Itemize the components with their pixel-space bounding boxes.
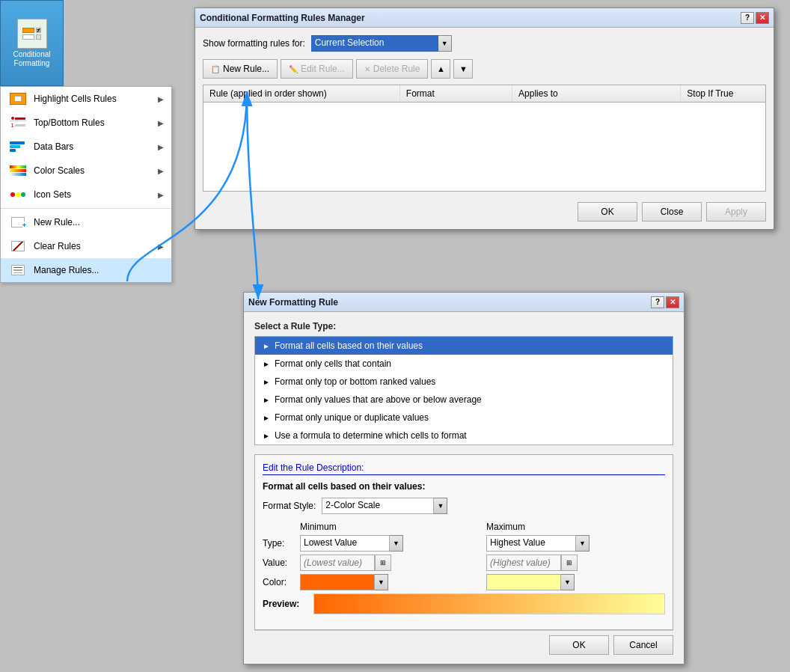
ribbon-label: Conditional Formatting — [13, 50, 50, 68]
icon-sets-label: Icon Sets — [34, 189, 158, 200]
cfrm-select-wrap: Current Selection ▼ — [311, 35, 452, 52]
nfr-preview-box — [313, 593, 665, 614]
nfr-rule-item-5[interactable]: ► Use a formula to determine which cells… — [255, 427, 673, 445]
clear-rules-icon — [8, 239, 28, 254]
cfrm-apply-button[interactable]: Apply — [706, 202, 766, 222]
cfrm-edit-rule-button[interactable]: ✏️ Edit Rule... — [281, 59, 353, 79]
data-bars-icon — [8, 139, 28, 154]
nfr-rule-item-4[interactable]: ► Format only unique or duplicate values — [255, 409, 673, 427]
ribbon-conditional-formatting[interactable]: ≠ Conditional Formatting — [0, 0, 64, 86]
nfr-max-value-input[interactable] — [486, 555, 561, 571]
color-scales-arrow: ▶ — [158, 167, 164, 175]
nfr-value-label: Value: — [263, 558, 300, 568]
nfr-min-type-arrow[interactable]: ▼ — [390, 535, 403, 552]
nfr-titlebar: New Formatting Rule ? ✕ — [244, 293, 684, 312]
nfr-max-type-select[interactable]: Highest Value — [486, 535, 576, 552]
menu-item-color-scales[interactable]: Color Scales ▶ — [1, 159, 171, 183]
nfr-title: New Formatting Rule — [248, 297, 338, 308]
nfr-format-style-select[interactable]: 2-Color Scale — [322, 498, 434, 514]
nfr-min-type-select[interactable]: Lowest Value — [300, 535, 390, 552]
nfr-value-row: Value: ⊞ ⊞ — [263, 555, 665, 571]
nfr-dialog: New Formatting Rule ? ✕ Select a Rule Ty… — [243, 292, 685, 665]
cfrm-new-rule-button[interactable]: 📋 New Rule... — [203, 59, 278, 79]
color-scales-icon — [8, 163, 28, 178]
menu-item-manage-rules[interactable]: Manage Rules... — [1, 258, 171, 282]
nfr-description-box: Edit the Rule Description: Format all ce… — [254, 454, 673, 630]
nfr-rule-item-2[interactable]: ► Format only top or bottom ranked value… — [255, 373, 673, 391]
cfrm-select-arrow[interactable]: ▼ — [438, 35, 452, 52]
nfr-edit-rule-label: Edit the Rule Description: — [263, 462, 665, 475]
menu-item-clear-rules[interactable]: Clear Rules ▶ — [1, 234, 171, 258]
nfr-min-value-input[interactable] — [300, 555, 375, 571]
nfr-format-style-arrow[interactable]: ▼ — [434, 498, 447, 514]
nfr-rule-item-3[interactable]: ► Format only values that are above or b… — [255, 391, 673, 409]
conditional-formatting-icon: ≠ — [17, 19, 47, 49]
highlight-cells-label: Highlight Cells Rules — [34, 94, 158, 104]
cfrm-header-rule: Rule (applied in order shown) — [203, 85, 400, 102]
cfrm-edit-rule-label: Edit Rule... — [301, 64, 345, 74]
icon-sets-icon — [8, 187, 28, 202]
nfr-min-formula-button[interactable]: ⊞ — [375, 555, 391, 571]
conditional-formatting-menu: Highlight Cells Rules ▶ 1 Top/Bottom Rul… — [0, 86, 172, 283]
nfr-cancel-button[interactable]: Cancel — [613, 635, 673, 655]
cfrm-titlebar: Conditional Formatting Rules Manager ? ✕ — [195, 8, 774, 28]
edit-rule-btn-icon: ✏️ — [289, 65, 298, 73]
nfr-max-color-arrow[interactable]: ▼ — [561, 574, 575, 590]
cfrm-new-rule-label: New Rule... — [223, 64, 269, 74]
nfr-rule-type-list: ► Format all cells based on their values… — [254, 336, 673, 445]
manage-rules-icon — [8, 263, 28, 278]
data-bars-arrow: ▶ — [158, 143, 164, 151]
cfrm-ok-button[interactable]: OK — [578, 202, 637, 222]
nfr-rule-label-5: Use a formula to determine which cells t… — [275, 430, 467, 441]
cfrm-close-button[interactable]: ✕ — [756, 12, 769, 24]
nfr-rule-label-1: Format only cells that contain — [275, 358, 391, 369]
menu-item-highlight-cells[interactable]: Highlight Cells Rules ▶ — [1, 87, 171, 111]
nfr-color-label: Color: — [263, 577, 300, 587]
menu-item-top-bottom[interactable]: 1 Top/Bottom Rules ▶ — [1, 111, 171, 135]
new-rule-btn-icon: 📋 — [211, 65, 220, 73]
cfrm-move-down-button[interactable]: ▼ — [453, 59, 473, 79]
top-bottom-arrow: ▶ — [158, 119, 164, 127]
nfr-close-button[interactable]: ✕ — [666, 296, 679, 308]
menu-item-new-rule[interactable]: New Rule... — [1, 210, 171, 234]
cfrm-selection-select[interactable]: Current Selection — [311, 35, 438, 52]
cfrm-delete-rule-button[interactable]: ✕ Delete Rule — [356, 59, 429, 79]
menu-item-icon-sets[interactable]: Icon Sets ▶ — [1, 183, 171, 207]
nfr-footer: OK Cancel — [254, 630, 673, 655]
nfr-format-all-label: Format all cells based on their values: — [263, 481, 665, 492]
nfr-max-type-wrap: Highest Value ▼ — [486, 535, 590, 552]
nfr-rule-label-0: Format all cells based on their values — [275, 340, 423, 351]
nfr-rule-item-0[interactable]: ► Format all cells based on their values — [255, 337, 673, 355]
cfrm-close-footer-button[interactable]: Close — [642, 202, 702, 222]
cfrm-titlebar-buttons: ? ✕ — [741, 12, 769, 24]
highlight-cells-arrow: ▶ — [158, 95, 164, 103]
nfr-rule-item-1[interactable]: ► Format only cells that contain — [255, 355, 673, 373]
cfrm-move-up-button[interactable]: ▲ — [431, 59, 450, 79]
nfr-min-type-wrap: Lowest Value ▼ — [300, 535, 403, 552]
nfr-max-color-swatch[interactable] — [486, 574, 561, 590]
nfr-max-formula-button[interactable]: ⊞ — [561, 555, 578, 571]
nfr-min-header: Minimum — [300, 522, 479, 532]
color-scales-label: Color Scales — [34, 165, 158, 176]
nfr-rule-label-2: Format only top or bottom ranked values — [275, 376, 435, 387]
nfr-min-color-swatch[interactable] — [300, 574, 375, 590]
nfr-type-row: Type: Lowest Value ▼ Highest Value ▼ — [263, 535, 665, 552]
nfr-preview-row: Preview: — [263, 593, 665, 614]
cfrm-header-applies-to: Applies to — [512, 85, 681, 102]
nfr-max-type-arrow[interactable]: ▼ — [576, 535, 590, 552]
new-rule-icon — [8, 215, 28, 230]
new-rule-label: New Rule... — [34, 217, 164, 227]
nfr-ok-button[interactable]: OK — [549, 635, 609, 655]
nfr-min-color-arrow[interactable]: ▼ — [375, 574, 388, 590]
highlight-cells-icon — [8, 91, 28, 106]
cfrm-table-header: Rule (applied in order shown) Format App… — [203, 85, 766, 102]
menu-item-data-bars[interactable]: Data Bars ▶ — [1, 135, 171, 159]
clear-rules-label: Clear Rules — [34, 241, 158, 251]
cfrm-delete-rule-label: Delete Rule — [373, 64, 420, 74]
cfrm-help-button[interactable]: ? — [741, 12, 754, 24]
nfr-help-button[interactable]: ? — [651, 296, 664, 308]
nfr-max-header: Maximum — [479, 522, 665, 532]
cfrm-toolbar: 📋 New Rule... ✏️ Edit Rule... ✕ Delete R… — [203, 59, 766, 79]
nfr-type-label: Type: — [263, 538, 300, 549]
cfrm-footer: OK Close Apply — [203, 199, 766, 222]
